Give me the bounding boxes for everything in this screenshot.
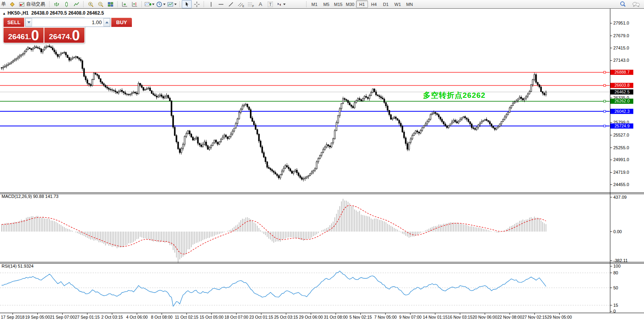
new-order-button[interactable]: 单 — [0, 1, 7, 8]
date-label: 11 Oct 02:15 — [175, 315, 199, 319]
date-label: 23 Oct 01:15 — [249, 315, 273, 319]
dropdown-arrow-icon[interactable] — [163, 4, 166, 5]
timeframe-button-m30[interactable]: M30 — [344, 0, 356, 8]
trendline-button[interactable] — [226, 0, 236, 8]
indicator-tick-label: 437.09 — [614, 195, 627, 200]
volume-input[interactable] — [32, 18, 103, 27]
label-tool-letter: T — [268, 2, 273, 7]
time-axis[interactable]: 17 Sep 201819 Sep 05:0021 Sep 07:0027 Se… — [1, 313, 572, 319]
fibonacci-button[interactable]: F — [246, 0, 255, 8]
line-handle[interactable] — [604, 110, 606, 112]
price-tick-label: 25255.0 — [614, 145, 629, 150]
line-handle[interactable] — [604, 71, 606, 73]
chart-type-group — [51, 0, 81, 8]
date-label: 20 Nov 06:00 — [473, 315, 497, 319]
price-badge-value: 26603.8 — [615, 83, 630, 87]
indicator-tick-label: 80 — [614, 270, 618, 275]
timeframe-button-h1[interactable]: H1 — [356, 0, 368, 8]
date-label: 31 Oct 08:00 — [324, 315, 348, 319]
dropdown-arrow-icon[interactable] — [152, 4, 154, 5]
text-tool-letter: A — [259, 1, 262, 7]
mt4-window: 单 自动交易 — [0, 0, 644, 325]
crosshair-button[interactable] — [192, 0, 202, 8]
price-tick-label: 27415.0 — [614, 46, 629, 50]
text-label-button[interactable]: T — [265, 0, 275, 8]
separator — [204, 1, 204, 7]
dropdown-arrow-icon[interactable] — [283, 4, 286, 5]
trade-group: 单 自动交易 — [0, 0, 47, 8]
price-tick-label: 24719.0 — [614, 170, 629, 175]
timeframe-button-w1[interactable]: W1 — [392, 0, 404, 8]
horizontal-line-button[interactable] — [216, 0, 226, 8]
volume-increase-button[interactable] — [103, 18, 110, 27]
tile-windows-button[interactable] — [105, 0, 115, 8]
autotrading-button[interactable]: 自动交易 — [17, 0, 47, 8]
line-handle[interactable] — [604, 100, 606, 102]
timeframe-button-m1[interactable]: M1 — [309, 0, 320, 8]
dropdown-arrow-icon[interactable] — [174, 4, 177, 5]
volume-decrease-button[interactable] — [25, 18, 32, 27]
collapse-panel-icon[interactable]: ▲ — [2, 11, 6, 15]
timeframe-button-d1[interactable]: D1 — [380, 0, 392, 8]
price-tick-label: 25527.0 — [614, 133, 629, 137]
separator — [141, 1, 142, 7]
equidistant-channel-button[interactable]: E — [236, 0, 246, 8]
line-handle[interactable] — [604, 125, 606, 127]
buy-price-display[interactable]: 26474.0 — [44, 28, 84, 43]
buy-price-pip: 0 — [72, 29, 80, 42]
timeframe-button-m15[interactable]: M15 — [332, 0, 344, 8]
periods-button[interactable] — [155, 0, 166, 8]
sell-price-display[interactable]: 26461.0 — [4, 28, 44, 43]
candlestick-chart-button[interactable] — [61, 0, 71, 8]
arrows-button[interactable] — [275, 0, 286, 8]
one-click-trading-panel: SELL BUY 26461.0 26474.0 — [3, 17, 85, 43]
templates-button[interactable] — [166, 0, 177, 8]
date-label: 17 Sep 2018 — [1, 315, 25, 319]
date-label: 29 Oct 06:00 — [299, 315, 323, 319]
date-label: 9 Nov 07:00 — [399, 315, 422, 319]
bar-chart-button[interactable] — [51, 0, 61, 8]
price-tick-label: 27143.0 — [614, 58, 629, 63]
date-label: 27 Sep 01:15 — [75, 315, 100, 319]
zoom-in-button[interactable] — [86, 0, 95, 8]
chart-canvas[interactable]: 27951.027679.027415.027143.026335.025799… — [0, 0, 644, 323]
line-chart-button[interactable] — [71, 0, 81, 8]
timeframe-button-m5[interactable]: M5 — [320, 0, 332, 8]
scroll-group — [120, 0, 139, 8]
separator — [83, 1, 84, 7]
date-label: 4 Oct 06:00 — [126, 315, 148, 319]
symbol-period-label: HK50-,H1 — [8, 10, 29, 16]
channel-letter: E — [242, 5, 244, 8]
autotrading-label: 自动交易 — [26, 1, 45, 8]
line-handle[interactable] — [604, 84, 606, 86]
zoom-group — [86, 0, 115, 8]
sell-button[interactable]: SELL — [4, 18, 24, 27]
cursor-button[interactable] — [182, 0, 192, 8]
indicator-tick-label: 15 — [614, 303, 618, 308]
date-label: 21 Sep 07:00 — [50, 315, 75, 319]
timeframe-button-mn[interactable]: MN — [404, 0, 415, 8]
separator — [306, 1, 307, 7]
chart-background[interactable] — [0, 9, 644, 313]
new-order-icon[interactable] — [7, 0, 17, 8]
buy-button[interactable]: BUY — [111, 18, 132, 27]
auto-scroll-button[interactable] — [120, 0, 130, 8]
text-button[interactable]: A — [255, 0, 265, 8]
timeframe-button-h4[interactable]: H4 — [368, 0, 380, 8]
community-chat-button[interactable] — [631, 0, 641, 8]
indicator-tick-label: 0.00 — [614, 229, 622, 234]
indicators-button[interactable] — [144, 0, 155, 8]
price-tick-label: 27679.0 — [614, 33, 629, 38]
indicator-tick-label: 0 — [614, 309, 616, 314]
rsi-indicator-label: RSI(14) 51.9324 — [2, 264, 34, 268]
chart-annotation-text[interactable]: 多空转折点26262 — [423, 90, 486, 101]
vertical-line-button[interactable] — [206, 0, 216, 8]
price-badge-value: 26262.0 — [615, 99, 630, 103]
date-label: 2 Oct 03:15 — [101, 315, 123, 319]
chart-shift-button[interactable] — [130, 0, 139, 8]
date-label: 5 Nov 02:15 — [349, 315, 372, 319]
date-label: 19 Sep 05:00 — [25, 315, 50, 319]
zoom-out-button[interactable] — [95, 0, 105, 8]
price-tick-label: 24455.0 — [614, 182, 629, 187]
search-symbol-button[interactable] — [618, 0, 628, 8]
